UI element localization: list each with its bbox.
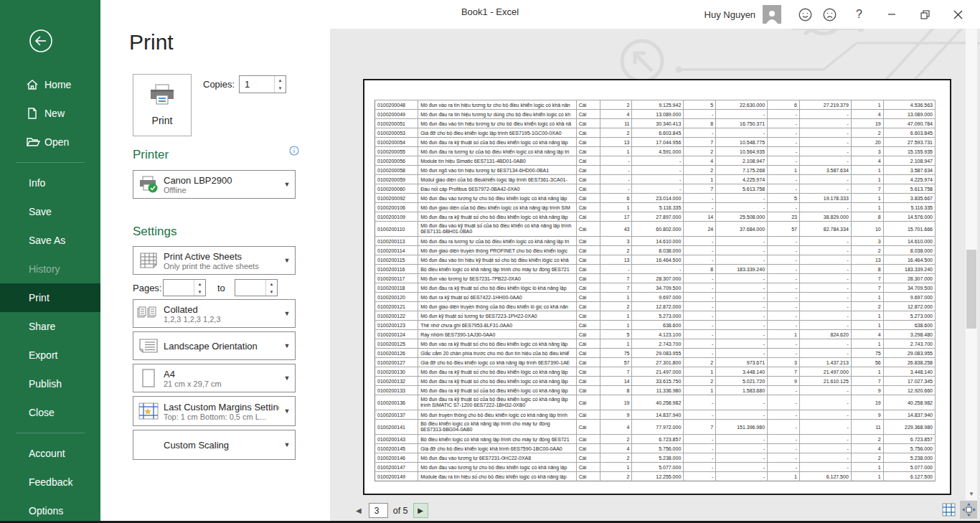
sidebar-item-home[interactable]: Home: [0, 70, 100, 99]
table-row: 0100200130Mô đun đầu ra kỹ thuật số cho …: [375, 367, 936, 377]
row-value-cell: 13.089.000: [632, 110, 684, 119]
row-value-cell: 12.255.000: [632, 472, 684, 481]
row-value-cell: -: [716, 293, 768, 302]
pages-to-input[interactable]: [235, 280, 265, 296]
row-value-cell: 2.743.700: [632, 339, 684, 349]
copies-input[interactable]: [240, 76, 274, 93]
printer-select[interactable]: Canon LBP2900 Offline ▼: [133, 170, 296, 199]
help-icon[interactable]: ?: [856, 8, 862, 21]
current-page-input[interactable]: [369, 503, 388, 518]
table-row: 0100200110Mô đun đầu vào kỹ thuật số của…: [375, 222, 936, 237]
scaling-select[interactable]: Custom Scaling ▼: [133, 430, 296, 460]
table-row: 0100200058Mô đun ngõ vào tín hiệu tương …: [375, 166, 936, 175]
row-value-cell: -: [716, 237, 768, 246]
row-code-cell: 0100200113: [375, 237, 418, 246]
previous-page-icon[interactable]: ◀: [356, 506, 362, 514]
row-value-cell: 25.508.000: [716, 212, 768, 222]
sidebar-item-publish[interactable]: Publish: [0, 369, 100, 398]
zoom-to-page-icon[interactable]: [960, 501, 977, 519]
sidebar-item-options[interactable]: Options: [0, 496, 100, 523]
sidebar-item-print[interactable]: Print: [0, 283, 100, 312]
row-value-cell: -: [768, 463, 800, 472]
pages-from-stepper[interactable]: ▲▼: [163, 279, 206, 296]
sidebar-item-account[interactable]: Account: [0, 439, 100, 468]
close-icon[interactable]: [947, 0, 969, 29]
pages-from-up-icon[interactable]: ▲: [194, 280, 205, 288]
pages-to-down-icon[interactable]: ▼: [266, 288, 277, 296]
row-value-cell: 183.339.240: [883, 265, 935, 274]
row-code-cell: 0100200123: [375, 321, 418, 330]
row-value-cell: 56: [851, 358, 883, 367]
copies-up-icon[interactable]: ▲: [275, 76, 286, 85]
paper-size-select[interactable]: A4 21 cm x 29,7 cm ▼: [133, 364, 296, 392]
show-margins-icon[interactable]: [940, 501, 957, 519]
row-desc-cell: Mô đun đầu vào tín hiệu tương tự cho bộ …: [418, 119, 577, 128]
copies-stepper[interactable]: ▲▼: [239, 75, 286, 93]
restore-icon[interactable]: [914, 0, 936, 29]
row-value-cell: 5.116.335: [883, 203, 935, 212]
sidebar-item-save-as[interactable]: Save As: [0, 226, 100, 255]
row-desc-cell: Mô đun đầu ra kỹ thuật số cho bộ điều kh…: [418, 283, 577, 293]
sidebar-item-info[interactable]: Info: [0, 169, 100, 197]
pages-from-down-icon[interactable]: ▼: [194, 288, 205, 296]
row-unit-cell: Cái: [576, 377, 600, 386]
chevron-down-icon: ▼: [279, 441, 295, 448]
row-value-cell: -: [684, 302, 716, 311]
vertical-scrollbar[interactable]: ▼: [966, 29, 977, 500]
next-page-icon[interactable]: ▶: [413, 503, 428, 518]
frowny-feedback-icon[interactable]: [821, 6, 837, 22]
pages-to-up-icon[interactable]: ▲: [266, 280, 277, 288]
print-what-select[interactable]: Print Active Sheets Only print the activ…: [133, 246, 296, 275]
sidebar-item-export[interactable]: Export: [0, 341, 100, 369]
scrollbar-down-icon[interactable]: ▼: [966, 488, 977, 500]
row-value-cell: 1: [851, 166, 883, 175]
row-value-cell: 14.837.940: [883, 410, 935, 420]
row-value-cell: 5.077.000: [883, 463, 935, 472]
smiley-feedback-icon[interactable]: [797, 6, 813, 22]
margins-select[interactable]: Last Custom Margins Setting Top: 1 cm Bo…: [133, 396, 296, 426]
avatar[interactable]: [763, 5, 781, 24]
row-value-cell: 2: [684, 377, 716, 386]
sidebar-item-close[interactable]: Close: [0, 398, 100, 427]
table-row: 0100200109Mô đun đầu ra kỹ thuật số cho …: [375, 212, 936, 222]
row-value-cell: 5.238.000: [632, 453, 684, 463]
row-value-cell: -: [799, 444, 851, 453]
row-code-cell: 0100200114: [375, 246, 418, 255]
copies-down-icon[interactable]: ▼: [275, 85, 286, 93]
row-value-cell: 1: [600, 147, 632, 156]
row-code-cell: 0100200092: [375, 194, 418, 203]
row-unit-cell: Cái: [576, 274, 600, 283]
back-icon[interactable]: [29, 29, 53, 53]
row-value-cell: 1.583.680: [716, 386, 768, 395]
sidebar-item-share[interactable]: Share: [0, 312, 100, 341]
row-value-cell: 3: [768, 358, 800, 367]
minimize-icon[interactable]: [881, 0, 903, 29]
row-value-cell: 5: [684, 100, 716, 110]
row-code-cell: 0100200053: [375, 128, 418, 138]
orientation-select[interactable]: Landscape Orientation ▼: [133, 331, 296, 360]
collation-select[interactable]: Collated 1,2,3 1,2,3 1,2,3 ▼: [133, 299, 296, 328]
row-code-cell: 0100200059: [375, 175, 418, 184]
row-value-cell: 4.591.000: [632, 147, 684, 156]
row-value-cell: 3.587.634: [799, 166, 851, 175]
row-value-cell: 9: [768, 377, 800, 386]
table-row: 0100200060Đầu nối cáp Profibus 6ES7972-0…: [375, 184, 936, 194]
new-document-icon: [26, 107, 44, 120]
pages-to-stepper[interactable]: ▲▼: [235, 279, 278, 296]
row-value-cell: 3: [851, 237, 883, 246]
info-icon[interactable]: [289, 146, 299, 159]
row-value-cell: 6.603.845: [632, 128, 684, 138]
pages-from-input[interactable]: [164, 280, 194, 296]
sidebar-item-feedback[interactable]: Feedback: [0, 468, 100, 496]
row-value-cell: 2: [600, 302, 632, 311]
sidebar-item-save[interactable]: Save: [0, 197, 100, 226]
row-value-cell: 27.301.800: [632, 358, 684, 367]
sidebar-item-new[interactable]: New: [0, 99, 100, 128]
row-value-cell: -: [716, 339, 768, 349]
sidebar-item-open[interactable]: Open: [0, 128, 100, 156]
row-value-cell: 1: [851, 311, 883, 321]
row-value-cell: 1: [851, 293, 883, 302]
print-button[interactable]: Print: [133, 74, 192, 136]
scrollbar-thumb[interactable]: [966, 250, 976, 329]
row-value-cell: -: [684, 472, 716, 481]
